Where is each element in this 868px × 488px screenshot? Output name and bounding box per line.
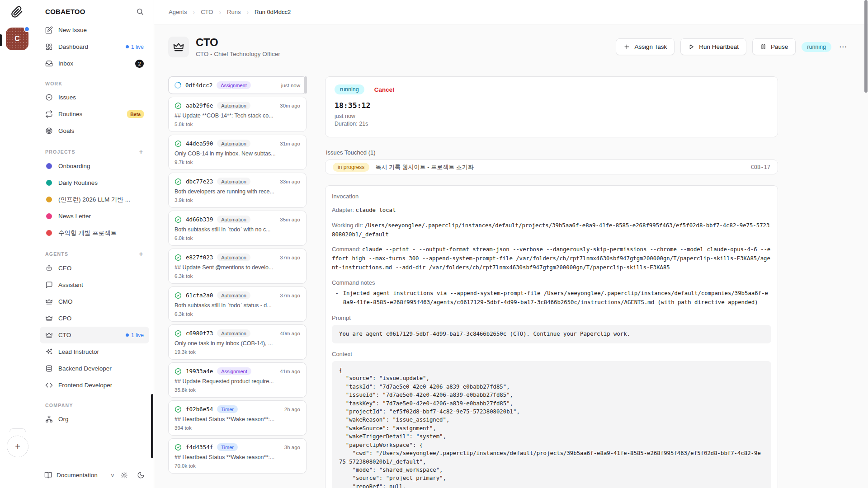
breadcrumb-cto[interactable]: CTO bbox=[201, 9, 213, 15]
sidebar-item-label: Daily Routines bbox=[58, 179, 98, 186]
sidebar-item-label: (인프런) 2026 LLM 기반 ... bbox=[58, 196, 130, 204]
sidebar-item-project-onboarding[interactable]: Onboarding bbox=[40, 158, 149, 174]
moon-icon[interactable] bbox=[137, 471, 145, 479]
cancel-run-button[interactable]: Cancel bbox=[374, 86, 394, 93]
run-list-item[interactable]: dbc77e23 Automation 33m ago Both develop… bbox=[168, 173, 307, 208]
sidebar-item-agent-lead-instructor[interactable]: Lead Instructor bbox=[40, 343, 149, 360]
add-company-button[interactable]: + bbox=[7, 436, 28, 457]
run-list-item[interactable]: aab29f6e Automation 30m ago ## Update **… bbox=[168, 97, 307, 132]
run-heartbeat-button[interactable]: Run Heartbeat bbox=[680, 38, 746, 55]
sidebar-item-project-llm-course[interactable]: (인프런) 2026 LLM 기반 ... bbox=[40, 191, 149, 208]
sidebar-item-label: Goals bbox=[58, 127, 74, 134]
prompt-title: Prompt bbox=[332, 314, 771, 321]
run-timestamp: 35m ago bbox=[280, 217, 300, 222]
chevron-right-icon: › bbox=[193, 9, 195, 16]
check-circle-icon bbox=[175, 330, 182, 337]
sidebar-item-agent-assistant[interactable]: Assistant bbox=[40, 277, 149, 293]
breadcrumb-agents[interactable]: Agents bbox=[169, 9, 187, 15]
run-type-badge: Assignment bbox=[217, 81, 250, 89]
crown-icon bbox=[45, 331, 53, 339]
sidebar-item-agent-cpo[interactable]: CPO bbox=[40, 310, 149, 327]
command-value: claude --print - --output-format stream-… bbox=[332, 246, 770, 270]
documentation-link[interactable]: Documentation bbox=[57, 472, 98, 479]
more-options-button[interactable]: ⋯ bbox=[837, 42, 849, 52]
run-list-item[interactable]: f02b6e54 Timer 2h ago ## Heartbeat Statu… bbox=[168, 400, 307, 436]
beta-badge: Beta bbox=[127, 110, 144, 118]
issue-status-badge: in progress bbox=[333, 163, 369, 172]
sidebar-item-agent-cmo[interactable]: CMO bbox=[40, 293, 149, 310]
run-relative-time: just now bbox=[335, 113, 769, 119]
run-list-item[interactable]: 19933a4e Assignment 41m ago ## Update Re… bbox=[168, 362, 307, 398]
sidebar-item-org[interactable]: Org bbox=[40, 411, 149, 427]
active-company-indicator bbox=[0, 34, 2, 46]
sidebar-item-project-revenue[interactable]: 수익형 개발 프로젝트 bbox=[40, 225, 149, 241]
workdir-label: Working dir: bbox=[332, 222, 363, 229]
sidebar-item-label: Issues bbox=[58, 94, 76, 101]
run-status-badge: running bbox=[335, 84, 364, 94]
run-list-item[interactable]: c6980f73 Automation 40m ago Only one tas… bbox=[168, 324, 307, 360]
sidebar-scrollbar-thumb[interactable] bbox=[151, 394, 153, 458]
sidebar-item-new-issue[interactable]: New Issue bbox=[40, 22, 149, 38]
run-id: 19933a4e bbox=[186, 368, 213, 375]
run-id: f4d4354f bbox=[186, 444, 213, 450]
run-list-scrollbar-thumb[interactable] bbox=[304, 76, 307, 94]
inbox-count-badge: 2 bbox=[135, 60, 144, 68]
check-circle-icon bbox=[175, 444, 182, 451]
run-id: e827f023 bbox=[186, 254, 213, 261]
sidebar-item-label: Org bbox=[58, 416, 69, 422]
sidebar-item-routines[interactable]: Routines Beta bbox=[40, 106, 149, 122]
run-type-badge: Automation bbox=[217, 253, 250, 261]
workspace-title: COBAETOO bbox=[45, 8, 85, 15]
run-content: 0df4dcc2 Assignment just now bbox=[154, 67, 868, 488]
sidebar-item-agent-frontend-developer[interactable]: Frontend Developer bbox=[40, 377, 149, 394]
project-color-dot bbox=[46, 163, 52, 169]
sidebar-item-goals[interactable]: Goals bbox=[40, 122, 149, 139]
run-list-item[interactable]: e827f023 Automation 37m ago ## Update Se… bbox=[168, 249, 307, 284]
issue-row[interactable]: in progress 독서 기록 웹사이트 - 프로젝트 초기화 COB-17 bbox=[325, 160, 778, 174]
sidebar-item-label: CMO bbox=[58, 298, 73, 305]
sidebar-item-project-news-letter[interactable]: News Letter bbox=[40, 208, 149, 225]
add-agent-button[interactable]: + bbox=[139, 250, 144, 257]
sidebar-item-agent-backend-developer[interactable]: Backend Developer bbox=[40, 360, 149, 377]
sidebar-item-agent-cto[interactable]: CTO 1 live bbox=[40, 327, 149, 343]
breadcrumb: Agents › CTO › Runs › Run 0df4dcc2 bbox=[154, 0, 868, 24]
sidebar-item-agent-ceo[interactable]: CEO bbox=[40, 260, 149, 277]
sidebar-item-dashboard[interactable]: Dashboard 1 live bbox=[40, 38, 149, 55]
run-list-item[interactable]: 61cfa2a0 Automation 37m ago Both subtask… bbox=[168, 286, 307, 322]
version-toggle[interactable]: v bbox=[111, 472, 114, 479]
check-circle-icon bbox=[175, 406, 182, 413]
sidebar-item-inbox[interactable]: Inbox 2 bbox=[40, 55, 149, 72]
assign-task-button[interactable]: Assign Task bbox=[616, 38, 675, 55]
sidebar-scroll-area: New Issue Dashboard 1 live Inbox 2 WORK … bbox=[35, 20, 154, 462]
plus-icon bbox=[623, 43, 630, 50]
company-rail: C + bbox=[0, 0, 35, 488]
run-list-item[interactable]: 44dea590 Automation 31m ago Only COB-14 … bbox=[168, 135, 307, 170]
run-list: 0df4dcc2 Assignment just now bbox=[168, 76, 307, 474]
window-scrollbar-thumb[interactable] bbox=[864, 0, 868, 93]
run-list-item[interactable]: 4d66b339 Automation 35m ago Both subtask… bbox=[168, 211, 307, 246]
target-icon bbox=[45, 127, 53, 135]
run-id: c6980f73 bbox=[186, 330, 213, 337]
run-list-item[interactable]: 0df4dcc2 Assignment just now bbox=[168, 76, 307, 94]
breadcrumb-runs[interactable]: Runs bbox=[227, 9, 241, 15]
add-project-button[interactable]: + bbox=[139, 148, 144, 155]
run-id: aab29f6e bbox=[186, 102, 213, 109]
search-icon[interactable] bbox=[136, 8, 144, 15]
sidebar-item-label: Lead Instructor bbox=[58, 348, 99, 355]
pause-button[interactable]: Pause bbox=[752, 38, 796, 55]
check-circle-icon bbox=[175, 254, 182, 261]
sidebar-item-issues[interactable]: Issues bbox=[40, 89, 149, 106]
run-type-badge: Automation bbox=[217, 102, 250, 109]
run-description: Both subtasks still in `todo` with no c.… bbox=[175, 226, 300, 233]
run-token-count: 70.0k tok bbox=[175, 463, 300, 469]
gear-icon[interactable] bbox=[120, 471, 128, 479]
org-chart-icon bbox=[45, 415, 53, 423]
company-avatar[interactable]: C bbox=[6, 28, 28, 50]
check-circle-icon bbox=[175, 216, 182, 223]
company-live-dot bbox=[24, 26, 30, 32]
run-list-item[interactable]: f4d4354f Timer 3h ago ## Heartbeat Statu… bbox=[168, 438, 307, 474]
breadcrumb-current-run: Run 0df4dcc2 bbox=[255, 9, 291, 15]
sidebar-item-label: Frontend Developer bbox=[58, 382, 112, 389]
run-description: Only COB-14 in my inbox. New subtas... bbox=[175, 150, 300, 157]
sidebar-item-project-daily-routines[interactable]: Daily Routines bbox=[40, 174, 149, 191]
